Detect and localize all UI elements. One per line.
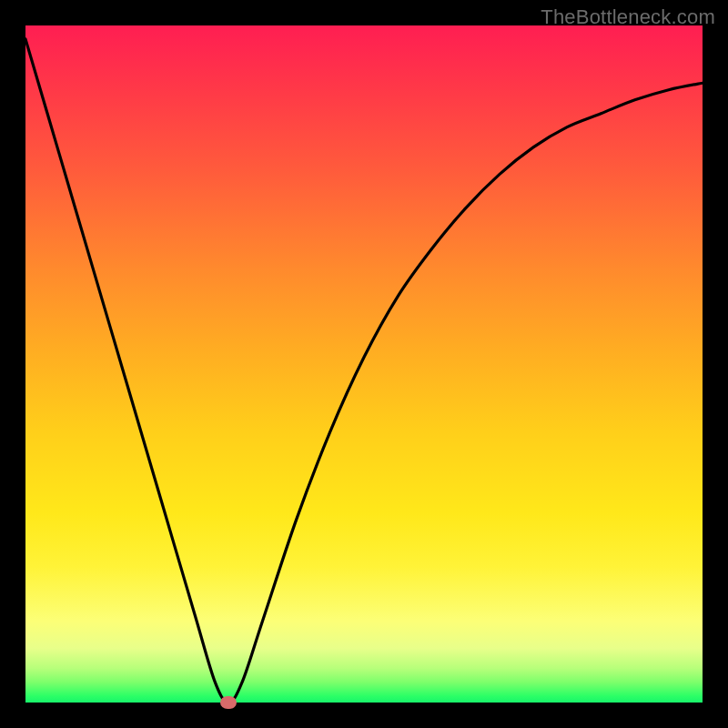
plot-area [25,25,703,703]
chart-frame: TheBottleneck.com [0,0,728,728]
attribution-label: TheBottleneck.com [541,5,715,29]
optimal-point-marker [220,696,237,709]
bottleneck-curve [25,39,703,703]
curve-svg [25,25,703,703]
